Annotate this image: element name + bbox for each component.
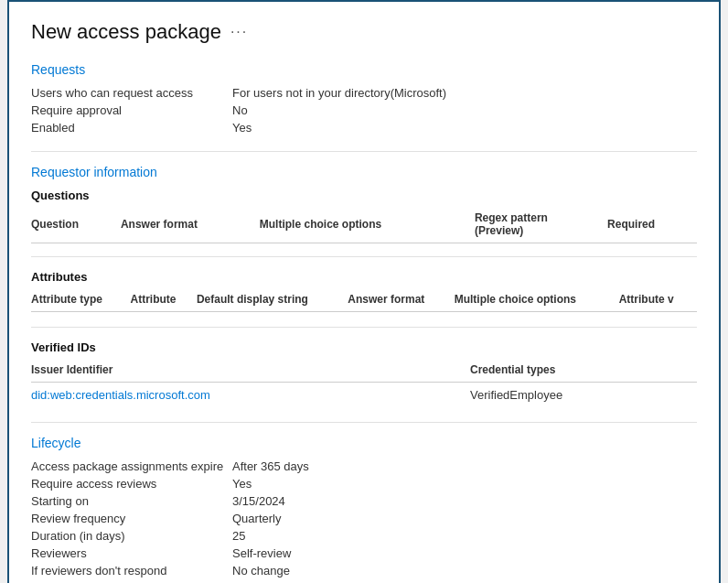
verified-ids-section: Verified IDs Issuer Identifier Credentia…	[31, 340, 697, 405]
enabled-value: Yes	[232, 121, 697, 135]
verified-col-issuer: Issuer Identifier	[31, 360, 470, 383]
more-options-icon[interactable]: ···	[230, 24, 248, 40]
attributes-col-display-string: Default display string	[197, 289, 348, 312]
questions-table: Question Answer format Multiple choice o…	[31, 208, 697, 243]
verified-ids-table: Issuer Identifier Credential types did:w…	[31, 360, 697, 405]
questions-col-question: Question	[31, 208, 121, 243]
lifecycle-section: Lifecycle Access package assignments exp…	[31, 436, 697, 583]
attributes-col-attribute: Attribute	[131, 289, 197, 312]
lifecycle-title: Lifecycle	[31, 436, 697, 450]
attributes-heading: Attributes	[31, 270, 697, 284]
users-request-value: For users not in your directory(Microsof…	[232, 86, 697, 100]
requestor-title: Requestor information	[31, 165, 697, 179]
divider-4	[31, 422, 697, 423]
main-window: New access package ··· Requests Users wh…	[7, 0, 721, 583]
access-reviews-label: Require access reviews	[31, 477, 232, 491]
requests-info-grid: Users who can request access For users n…	[31, 86, 697, 135]
duration-value: 25	[232, 529, 697, 543]
divider-1	[31, 151, 697, 152]
users-request-label: Users who can request access	[31, 86, 232, 100]
verified-ids-body: did:web:credentials.microsoft.com Verifi…	[31, 383, 697, 406]
review-frequency-value: Quarterly	[232, 512, 697, 525]
starting-on-label: Starting on	[31, 494, 232, 508]
questions-heading: Questions	[31, 189, 697, 202]
attributes-section: Attributes Attribute type Attribute Defa…	[31, 270, 697, 312]
questions-header-row: Question Answer format Multiple choice o…	[31, 208, 697, 243]
require-approval-label: Require approval	[31, 103, 232, 117]
questions-col-required: Required	[607, 208, 697, 243]
attributes-header-row: Attribute type Attribute Default display…	[31, 289, 697, 312]
verified-ids-header-row: Issuer Identifier Credential types	[31, 360, 697, 383]
attributes-col-answer-format: Answer format	[348, 289, 454, 312]
page-title: New access package	[31, 20, 221, 44]
lifecycle-grid: Access package assignments expire After …	[31, 459, 697, 583]
enabled-label: Enabled	[31, 121, 232, 135]
reviewers-label: Reviewers	[31, 546, 232, 560]
requestor-section: Requestor information Questions Question…	[31, 165, 697, 312]
assignments-expire-label: Access package assignments expire	[31, 459, 232, 473]
access-reviews-value: Yes	[232, 477, 697, 491]
no-response-label: If reviewers don't respond	[31, 564, 232, 578]
divider-3	[31, 327, 697, 328]
verified-credential-value: VerifiedEmployee	[470, 383, 697, 406]
verified-issuer-value: did:web:credentials.microsoft.com	[31, 383, 470, 406]
require-approval-value: No	[232, 103, 697, 117]
issuer-link[interactable]: did:web:credentials.microsoft.com	[31, 388, 210, 402]
attributes-col-attribute-v: Attribute v	[619, 289, 697, 312]
attributes-table: Attribute type Attribute Default display…	[31, 289, 697, 312]
questions-col-answer-format: Answer format	[121, 208, 260, 243]
questions-col-regex: Regex pattern(Preview)	[475, 208, 607, 243]
verified-ids-row: did:web:credentials.microsoft.com Verifi…	[31, 383, 697, 406]
verified-ids-heading: Verified IDs	[31, 340, 697, 354]
questions-section: Questions Question Answer format Multipl…	[31, 189, 697, 243]
starting-on-value: 3/15/2024	[232, 494, 697, 508]
reviewers-value: Self-review	[232, 546, 697, 560]
attributes-col-type: Attribute type	[31, 289, 131, 312]
divider-2	[31, 256, 697, 257]
duration-label: Duration (in days)	[31, 529, 232, 543]
questions-col-multiple-choice: Multiple choice options	[260, 208, 475, 243]
page-header: New access package ···	[31, 20, 697, 44]
assignments-expire-value: After 365 days	[232, 459, 697, 473]
no-response-value: No change	[232, 564, 697, 578]
requests-section: Requests Users who can request access Fo…	[31, 62, 697, 135]
review-frequency-label: Review frequency	[31, 512, 232, 525]
requests-title: Requests	[31, 62, 697, 77]
verified-col-credential: Credential types	[470, 360, 697, 383]
attributes-col-choice-options: Multiple choice options	[455, 289, 619, 312]
